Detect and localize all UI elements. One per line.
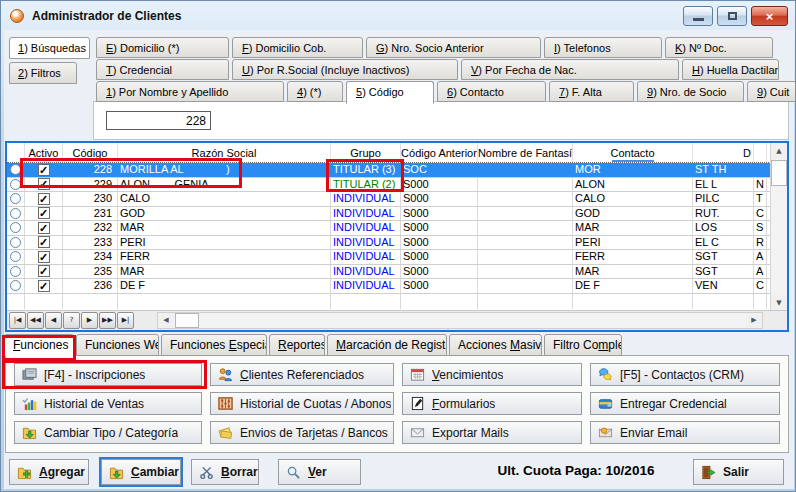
row-radio-icon[interactable] <box>10 266 21 277</box>
button-envios-de-tarjetas-bancos[interactable]: Envios de Tarjetas / Bancos <box>210 421 394 444</box>
button-vencimientos[interactable]: Vencimientos <box>402 363 582 386</box>
table-row-232[interactable]: ✓232MARINDIVIDUALS000MARLOSS <box>7 221 787 236</box>
column-header-contacto[interactable]: Contacto <box>573 143 693 162</box>
next-page-button[interactable]: ▶▶ <box>99 312 116 329</box>
scroll-up-icon[interactable]: ▲ <box>771 143 787 159</box>
column-header-nombre-de-fantas[interactable]: Nombre de Fantasí <box>478 143 573 162</box>
prior-page-button[interactable]: ◀◀ <box>27 312 44 329</box>
column-header-d[interactable]: D <box>693 143 754 162</box>
button-borrar[interactable]: Borrar <box>191 459 259 485</box>
scroll-down-icon[interactable]: ▼ <box>771 295 787 311</box>
close-button[interactable]: × <box>751 6 788 26</box>
button-clientes-referenciados[interactable]: Clientes Referenciados <box>210 363 394 386</box>
prior-record-button[interactable]: ◀ <box>45 312 62 329</box>
activo-checkbox[interactable]: ✓ <box>38 265 50 277</box>
button-agregar[interactable]: Agregar <box>9 459 89 485</box>
tab-funciones-especiales[interactable]: Funciones Especiales <box>161 334 267 356</box>
search-tab-k-n-doc[interactable]: K) Nº Doc. <box>665 37 773 58</box>
table-row-235[interactable]: ✓235MARINDIVIDUALS000MARSGTA <box>7 265 787 280</box>
tab-acciones-masivas[interactable]: Acciones Masivas <box>449 334 542 356</box>
table-row-234[interactable]: ✓234FERRINDIVIDUALS000FERRSGTA <box>7 250 787 265</box>
minimize-button[interactable] <box>683 6 713 26</box>
search-tab-h-huella-dactilar[interactable]: H) Huella Dactilar <box>682 59 779 80</box>
search-tab-6-contacto[interactable]: 6) Contacto <box>437 81 546 102</box>
refresh-button[interactable]: ? <box>63 312 80 329</box>
horizontal-scroll-thumb[interactable] <box>175 313 199 328</box>
row-radio-icon[interactable] <box>10 164 21 175</box>
scroll-left-icon[interactable]: ◀ <box>158 313 174 328</box>
tab-reportes[interactable]: Reportes <box>269 334 325 356</box>
row-radio-icon[interactable] <box>10 208 21 219</box>
first-record-button[interactable]: |◀ <box>9 312 26 329</box>
row-radio-icon[interactable] <box>10 179 21 190</box>
salir-button[interactable]: Salir <box>693 459 784 485</box>
column-header-c-digo[interactable]: Código <box>63 143 118 162</box>
search-tab-4[interactable]: 4) (*) <box>287 81 343 102</box>
row-radio-icon[interactable] <box>10 193 21 204</box>
table-row-228[interactable]: ✓228MORILLA AL )TITULAR (3)SOCMORST TH <box>7 163 787 178</box>
maximize-button[interactable] <box>717 6 747 26</box>
vertical-scrollbar[interactable]: ▲ ▼ <box>770 143 787 311</box>
table-row-229[interactable]: ✓229ALON GENIATITULAR (2)S000ALONEL LN <box>7 178 787 193</box>
last-record-button[interactable]: ▶| <box>117 312 134 329</box>
tab-funciones[interactable]: Funciones <box>4 334 74 356</box>
table-row-233[interactable]: ✓233PERIINDIVIDUALS000PERIEL CR <box>7 236 787 251</box>
activo-checkbox[interactable]: ✓ <box>38 207 50 219</box>
search-tab-9-nro-de-socio[interactable]: 9) Nro. de Socio <box>637 81 744 102</box>
cell-cod_ant: S000 <box>401 221 478 235</box>
row-radio-icon[interactable] <box>10 280 21 291</box>
column-header-raz-n-social[interactable]: Razón Social <box>118 143 331 162</box>
row-radio-icon[interactable] <box>10 251 21 262</box>
activo-checkbox[interactable]: ✓ <box>38 251 50 263</box>
button-exportar-mails[interactable]: Exportar Mails <box>402 421 582 444</box>
button-f5-contactos-crm[interactable]: [F5] - Contactos (CRM) <box>590 363 780 386</box>
tab-funciones-web[interactable]: Funciones Web <box>76 334 159 356</box>
activo-checkbox[interactable]: ✓ <box>38 222 50 234</box>
search-tab-g-nro-socio-anterior[interactable]: G) Nro. Socio Anterior <box>366 37 541 58</box>
next-record-button[interactable]: ▶ <box>81 312 98 329</box>
column-header-grupo[interactable]: Grupo <box>331 143 401 162</box>
codigo-search-input[interactable] <box>106 111 211 130</box>
button-historial-de-ventas[interactable]: Historial de Ventas <box>14 392 202 415</box>
activo-checkbox[interactable]: ✓ <box>38 178 50 190</box>
button-enviar-email[interactable]: Enviar Email <box>590 421 780 444</box>
button-ver[interactable]: Ver <box>278 459 361 485</box>
horizontal-scrollbar[interactable]: ◀ ▶ <box>157 312 763 329</box>
search-tab-i-telefonos[interactable]: I) Telefonos <box>544 37 662 58</box>
table-row-236[interactable]: ✓236DE FINDIVIDUALS000DE FVENC <box>7 279 787 294</box>
tab-marcaci-n-de-registros[interactable]: Marcación de Registros <box>327 334 447 356</box>
search-tab-5-c-digo[interactable]: 5) Código <box>346 81 434 104</box>
search-tab-9-cuit[interactable]: 9) Cuit <box>747 81 796 102</box>
button-cambiar[interactable]: Cambiar <box>101 459 181 485</box>
sidebar-tab-1-b-squedas[interactable]: 1) Búsquedas <box>9 37 90 59</box>
scroll-right-icon[interactable]: ▶ <box>746 313 762 328</box>
search-tab-e-domicilio[interactable]: E) Domicilio (*) <box>96 37 229 58</box>
activo-checkbox[interactable]: ✓ <box>38 193 50 205</box>
row-radio-icon[interactable] <box>10 222 21 233</box>
search-tab-t-credencial[interactable]: T) Credencial <box>96 59 229 80</box>
vertical-scroll-thumb[interactable] <box>771 160 787 186</box>
button-f4-inscripciones[interactable]: [F4] - Inscripciones <box>14 363 202 386</box>
button-historial-de-cuotas-abonos[interactable]: Historial de Cuotas / Abonos <box>210 392 394 415</box>
column-header-c-digo-anterior[interactable]: Código Anterior <box>401 143 478 162</box>
search-tab-u-por-r-social-incluye-inactivos[interactable]: U) Por R.Social (Incluye Inactivos) <box>232 59 458 80</box>
row-radio-icon[interactable] <box>10 237 21 248</box>
activo-checkbox[interactable]: ✓ <box>38 280 50 292</box>
table-row-230[interactable]: ✓230CALOINDIVIDUALS000CALOPILCT <box>7 192 787 207</box>
search-tab-1-por-nombre-y-apellido[interactable]: 1) Por Nombre y Apellido <box>96 81 284 102</box>
tab-filtro-complejo[interactable]: Filtro Complejo <box>544 334 622 356</box>
button-entregar-credencial[interactable]: Entregar Credencial <box>590 392 780 415</box>
cell-check: ✓ <box>25 236 63 250</box>
window-controls: × <box>683 6 788 26</box>
activo-checkbox[interactable]: ✓ <box>38 236 50 248</box>
sidebar-tab-2-filtros[interactable]: 2) Filtros <box>9 62 77 84</box>
cell-grupo: INDIVIDUAL <box>331 279 401 293</box>
activo-checkbox[interactable]: ✓ <box>38 164 50 176</box>
column-header-activo[interactable]: Activo <box>25 143 63 162</box>
search-tab-7-f-alta[interactable]: 7) F. Alta <box>549 81 634 102</box>
button-cambiar-tipo-categor-a[interactable]: Cambiar Tipo / Categoría <box>14 421 202 444</box>
search-tab-v-por-fecha-de-nac[interactable]: V) Por Fecha de Nac. <box>461 59 679 80</box>
search-tab-f-domicilio-cob[interactable]: F) Domicilio Cob. <box>232 37 363 58</box>
button-formularios[interactable]: Formularios <box>402 392 582 415</box>
table-row-231[interactable]: ✓231GODINDIVIDUALS000GODRUT.C <box>7 207 787 222</box>
